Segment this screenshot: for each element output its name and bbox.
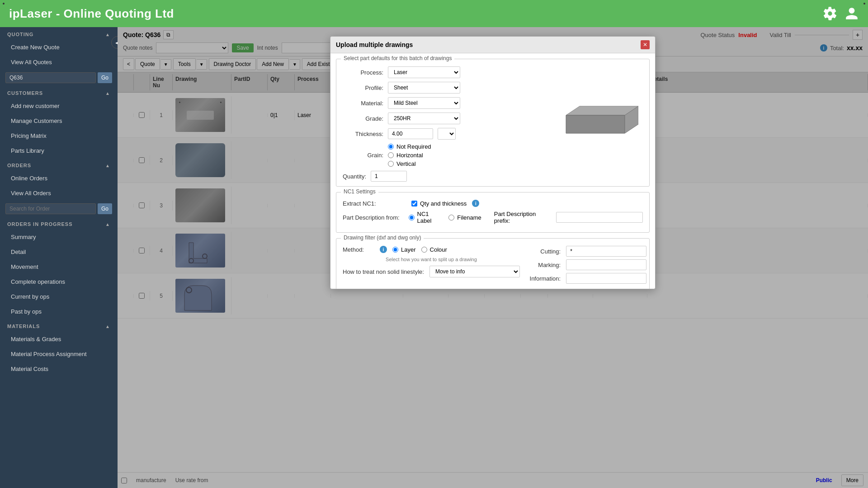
nc1-label-option[interactable]: NC1 Label <box>409 211 443 224</box>
sidebar-item-movement[interactable]: Movement <box>0 259 118 274</box>
customers-collapse-arrow[interactable]: ▲ <box>105 91 110 96</box>
non-solid-row: How to treat non solid linestyle: Move t… <box>343 266 520 277</box>
profile-select[interactable]: Sheet Tube <box>388 82 460 94</box>
grade-row: Grade: 250HR 300L0 <box>343 113 552 124</box>
qty-thickness-checkbox[interactable] <box>411 201 417 206</box>
grade-select[interactable]: 250HR 300L0 <box>388 113 460 124</box>
grain-horizontal[interactable]: Horizontal <box>388 152 431 159</box>
process-select[interactable]: Laser Waterjet Plasma <box>388 66 460 78</box>
sidebar-section-orders: ORDERS ▲ <box>0 158 118 171</box>
user-icon[interactable] <box>844 6 859 21</box>
quantity-input[interactable] <box>371 171 407 182</box>
sidebar-item-online-orders[interactable]: Online Orders <box>0 171 118 186</box>
sidebar-item-current-by-ops[interactable]: Current by ops <box>0 289 118 304</box>
filter-note: Select how you want to split up a drawin… <box>343 257 520 262</box>
sidebar-item-pricing-matrix[interactable]: Pricing Matrix <box>0 128 118 143</box>
nc1-label-radio[interactable] <box>409 215 415 221</box>
extract-nc1-row: Extract NC1: Qty and thickness i <box>343 200 643 207</box>
process-row: Process: Laser Waterjet Plasma <box>343 66 552 78</box>
grain-not-required[interactable]: Not Required <box>388 143 431 150</box>
drawing-filter-section-title: Drawing filter (dxf and dwg only) <box>341 235 424 241</box>
cutting-input[interactable] <box>566 246 646 257</box>
qty-thickness-label[interactable]: Qty and thickness <box>411 200 467 207</box>
material-row: Material: Mild Steel Stainless Steel Alu… <box>343 97 552 109</box>
material-select[interactable]: Mild Steel Stainless Steel Aluminium <box>388 97 460 109</box>
gear-icon[interactable] <box>823 6 837 21</box>
marking-input[interactable] <box>566 259 646 270</box>
nc1-info-icon[interactable]: i <box>472 200 479 207</box>
drawing-filter-section: Drawing filter (dxf and dwg only) Method… <box>336 238 650 289</box>
layer-text: Layer <box>401 246 416 253</box>
part-defaults-section-title: Select part defaults for this batch of d… <box>341 55 454 61</box>
grain-not-required-label: Not Required <box>396 143 431 150</box>
thickness-select[interactable]: ▼ <box>438 128 456 140</box>
sidebar-order-search: Go <box>0 201 118 217</box>
app-title: ipLaser - Online Quoting Ltd <box>9 7 174 21</box>
sidebar: ◀ QUOTING ▲ Create New Quote View All Qu… <box>0 27 118 488</box>
sidebar-item-view-all-orders[interactable]: View All Orders <box>0 186 118 201</box>
sidebar-quote-search: Go <box>0 70 118 86</box>
grain-not-required-radio[interactable] <box>388 144 394 150</box>
sidebar-item-parts-library[interactable]: Parts Library <box>0 143 118 158</box>
non-solid-select[interactable]: Move to info Keep as cutting Delete <box>429 266 520 277</box>
marking-label: Marking: <box>529 262 561 268</box>
sidebar-item-summary[interactable]: Summary <box>0 230 118 244</box>
sidebar-item-detail[interactable]: Detail <box>0 244 118 259</box>
nc1-label-text: NC1 Label <box>417 211 443 224</box>
grain-row: Grain: Not Required Horizontal <box>343 143 552 167</box>
quantity-row: Quantity: <box>343 171 552 182</box>
modal-body: Select part defaults for this batch of d… <box>330 53 655 289</box>
orders-progress-collapse-arrow[interactable]: ▲ <box>105 222 110 227</box>
part-defaults-form: Process: Laser Waterjet Plasma Profile: … <box>343 66 552 182</box>
order-search-input[interactable] <box>5 203 96 214</box>
quantity-label: Quantity: <box>343 173 366 180</box>
sidebar-item-manage-customers[interactable]: Manage Customers <box>0 113 118 128</box>
sidebar-item-material-process-assignment[interactable]: Material Process Assignment <box>0 347 118 361</box>
nc1-settings-section: NC1 Settings Extract NC1: Qty and thickn… <box>336 192 650 233</box>
quote-search-go-btn[interactable]: Go <box>98 72 112 83</box>
sidebar-item-materials-grades[interactable]: Materials & Grades <box>0 332 118 347</box>
part-desc-prefix-input[interactable] <box>556 212 643 223</box>
svg-marker-4 <box>566 115 625 133</box>
grain-vertical[interactable]: Vertical <box>388 160 431 167</box>
profile-label: Profile: <box>343 84 383 91</box>
sidebar-section-customers: CUSTOMERS ▲ <box>0 86 118 99</box>
qty-thickness-text: Qty and thickness <box>420 200 467 207</box>
header-icons <box>823 6 859 21</box>
layer-option[interactable]: Layer <box>392 246 416 253</box>
cutting-label: Cutting: <box>529 248 561 255</box>
method-label: Method: <box>343 246 374 253</box>
quote-search-input[interactable] <box>5 72 96 83</box>
sidebar-item-view-all-quotes[interactable]: View All Quotes <box>0 55 118 70</box>
materials-collapse-arrow[interactable]: ▲ <box>105 324 110 329</box>
filename-radio[interactable] <box>448 215 454 221</box>
information-label: Information: <box>529 275 561 282</box>
layer-radio[interactable] <box>392 247 398 253</box>
information-input[interactable] <box>566 273 646 284</box>
grain-vertical-label: Vertical <box>396 160 416 167</box>
sidebar-item-material-costs[interactable]: Material Costs <box>0 361 118 376</box>
filename-text: Filename <box>457 214 481 221</box>
part-defaults-section: Select part defaults for this batch of d… <box>336 59 650 187</box>
orders-collapse-arrow[interactable]: ▲ <box>105 163 110 168</box>
order-search-go-btn[interactable]: Go <box>98 203 112 214</box>
part-defaults-content: Process: Laser Waterjet Plasma Profile: … <box>343 66 643 182</box>
sidebar-item-past-by-ops[interactable]: Past by ops <box>0 304 118 319</box>
part-desc-from-label: Part Description from: <box>343 214 403 221</box>
filename-option[interactable]: Filename <box>448 214 481 221</box>
quoting-collapse-arrow[interactable]: ▲ <box>105 32 110 37</box>
thickness-input[interactable] <box>388 128 433 139</box>
drawing-filter-left: Method: i Layer Colour Select how y <box>343 246 520 286</box>
colour-option[interactable]: Colour <box>421 246 447 253</box>
modal-close-btn[interactable]: ✕ <box>641 40 650 49</box>
sidebar-item-add-new-customer[interactable]: Add new customer <box>0 99 118 113</box>
grain-radio-group: Not Required Horizontal Vertical <box>388 143 431 167</box>
grain-vertical-radio[interactable] <box>388 161 394 167</box>
method-info-icon[interactable]: i <box>380 246 387 253</box>
sidebar-item-complete-operations[interactable]: Complete operations <box>0 274 118 289</box>
sidebar-item-create-new-quote[interactable]: Create New Quote <box>0 40 118 55</box>
colour-radio[interactable] <box>421 247 427 253</box>
part-desc-from-row: Part Description from: NC1 Label Filenam… <box>343 211 643 224</box>
sidebar-section-materials: MATERIALS ▲ <box>0 319 118 332</box>
grain-horizontal-radio[interactable] <box>388 152 394 158</box>
